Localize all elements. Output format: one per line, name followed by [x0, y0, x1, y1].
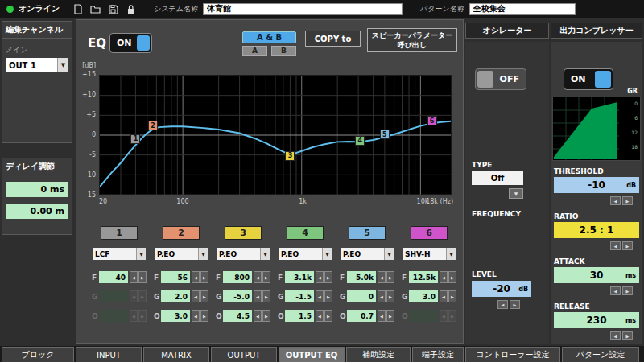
increment-button[interactable]: ▶ [386, 290, 394, 302]
freq-field[interactable]: 5.0k [347, 271, 376, 283]
eq-marker-5[interactable]: 5 [380, 130, 390, 139]
increment-button[interactable]: ▶ [262, 271, 270, 283]
tab-matrix[interactable]: MATRIX [143, 347, 209, 362]
lock-icon[interactable] [126, 4, 136, 14]
band-type-select[interactable]: P.EQ ▼ [155, 248, 208, 260]
increment-button[interactable]: ▶ [200, 290, 208, 302]
increment-button[interactable]: ▶ [324, 290, 332, 302]
increment-button[interactable]: ▶ [386, 271, 394, 283]
pattern-name-input[interactable] [469, 3, 576, 15]
decrement-button[interactable]: ◀ [192, 271, 200, 283]
decrement-button[interactable]: ◀ [610, 286, 621, 295]
system-name-input[interactable] [203, 3, 402, 15]
increment-button[interactable]: ▶ [622, 196, 633, 205]
increment-button[interactable]: ▶ [138, 271, 147, 283]
band-type-select[interactable]: P.EQ ▼ [279, 248, 332, 260]
gain-field[interactable]: 2.0 [161, 290, 190, 302]
gain-field[interactable]: -5.0 [223, 290, 252, 302]
decrement-button[interactable]: ◀ [610, 196, 621, 205]
increment-button[interactable]: ▶ [510, 300, 520, 309]
decrement-button[interactable]: ◀ [378, 271, 386, 283]
chevron-down-icon[interactable]: ▼ [509, 188, 523, 199]
threshold-field[interactable]: -10 dB [554, 177, 639, 193]
output-channel-select[interactable]: OUT 1 ▼ [6, 58, 68, 72]
q-field[interactable]: 4.5 [223, 310, 252, 322]
eq-marker-6[interactable]: 6 [427, 116, 437, 125]
section-output-compressor[interactable]: 出力コンプレッサー [551, 23, 642, 39]
increment-button[interactable]: ▶ [200, 310, 208, 322]
decrement-button[interactable]: ◀ [192, 310, 200, 322]
section-oscillator[interactable]: オシレーター [465, 23, 549, 39]
decrement-button[interactable]: ◀ [610, 241, 621, 250]
band-type-select[interactable]: LCF ▼ [93, 248, 146, 260]
release-field[interactable]: 230 ms [554, 312, 639, 328]
band-number-badge[interactable]: 1 [101, 226, 138, 240]
increment-button[interactable]: ▶ [622, 241, 633, 250]
band-type-select[interactable]: P.EQ ▼ [217, 248, 270, 260]
q-field[interactable]: 0.7 [347, 310, 376, 322]
decrement-button[interactable]: ◀ [316, 310, 324, 322]
attack-field[interactable]: 30 ms [554, 267, 639, 283]
decrement-button[interactable]: ◀ [497, 300, 508, 309]
increment-button[interactable]: ▶ [448, 271, 456, 283]
eq-on-toggle[interactable]: ON [109, 33, 152, 53]
freq-field[interactable]: 56 [161, 271, 190, 283]
increment-button[interactable]: ▶ [622, 331, 633, 340]
increment-button[interactable]: ▶ [200, 271, 208, 283]
freq-field[interactable]: 3.1k [285, 271, 314, 283]
band-number-badge[interactable]: 3 [225, 226, 262, 240]
tab-aux-settings[interactable]: 補助設定 [346, 347, 411, 362]
eq-marker-4[interactable]: 4 [355, 136, 365, 146]
decrement-button[interactable]: ◀ [192, 290, 200, 302]
q-field[interactable]: 3.0 [161, 310, 190, 322]
tab-pattern-settings[interactable]: パターン設定 [562, 347, 639, 362]
tab-output[interactable]: OUTPUT [211, 347, 277, 362]
decrement-button[interactable]: ◀ [254, 290, 262, 302]
tab-port-settings[interactable]: 端子設定 [412, 347, 464, 362]
decrement-button[interactable]: ◀ [378, 290, 386, 302]
delay-m-field[interactable]: 0.00 m [6, 204, 68, 219]
increment-button[interactable]: ▶ [448, 290, 456, 302]
save-icon[interactable] [108, 4, 118, 14]
tab-controller-settings[interactable]: コントローラー設定 [465, 347, 560, 362]
tab-input[interactable]: INPUT [76, 347, 142, 362]
decrement-button[interactable]: ◀ [378, 310, 386, 322]
decrement-button[interactable]: ◀ [130, 271, 138, 283]
tab-block[interactable]: ブロック [2, 347, 74, 362]
q-field[interactable]: 1.5 [285, 310, 314, 322]
a-button[interactable]: A [242, 46, 267, 56]
gain-field[interactable]: 3.0 [409, 290, 438, 302]
increment-button[interactable]: ▶ [262, 290, 270, 302]
increment-button[interactable]: ▶ [622, 286, 633, 295]
decrement-button[interactable]: ◀ [254, 310, 262, 322]
ratio-field[interactable]: 2.5 : 1 [554, 222, 639, 238]
eq-marker-1[interactable]: 1 [130, 134, 140, 144]
decrement-button[interactable]: ◀ [316, 290, 324, 302]
delay-ms-field[interactable]: 0 ms [6, 182, 68, 197]
freq-field[interactable]: 40 [99, 271, 128, 283]
band-number-badge[interactable]: 2 [163, 226, 200, 240]
decrement-button[interactable]: ◀ [440, 271, 448, 283]
tab-output-eq[interactable]: OUTPUT EQ [279, 347, 345, 362]
freq-field[interactable]: 12.5k [409, 271, 438, 283]
decrement-button[interactable]: ◀ [440, 290, 448, 302]
document-icon[interactable] [72, 4, 83, 14]
folder-open-icon[interactable] [90, 4, 101, 14]
decrement-button[interactable]: ◀ [316, 271, 324, 283]
freq-field[interactable]: 800 [223, 271, 252, 283]
increment-button[interactable]: ▶ [324, 310, 332, 322]
oscillator-off-toggle[interactable]: OFF [475, 68, 526, 90]
eq-marker-2[interactable]: 2 [148, 121, 158, 130]
b-button[interactable]: B [271, 46, 296, 56]
band-type-select[interactable]: P.EQ ▼ [341, 248, 394, 260]
band-number-badge[interactable]: 6 [411, 226, 448, 240]
decrement-button[interactable]: ◀ [254, 271, 262, 283]
ab-compare-button[interactable]: A & B [242, 31, 296, 43]
increment-button[interactable]: ▶ [386, 310, 394, 322]
eq-marker-3[interactable]: 3 [285, 151, 295, 161]
band-number-badge[interactable]: 5 [349, 226, 386, 240]
speaker-parameter-recall-button[interactable]: スピーカーパラメーター 呼び出し [367, 28, 457, 52]
band-number-badge[interactable]: 4 [287, 226, 324, 240]
compressor-on-toggle[interactable]: ON [564, 68, 613, 90]
increment-button[interactable]: ▶ [324, 271, 332, 283]
